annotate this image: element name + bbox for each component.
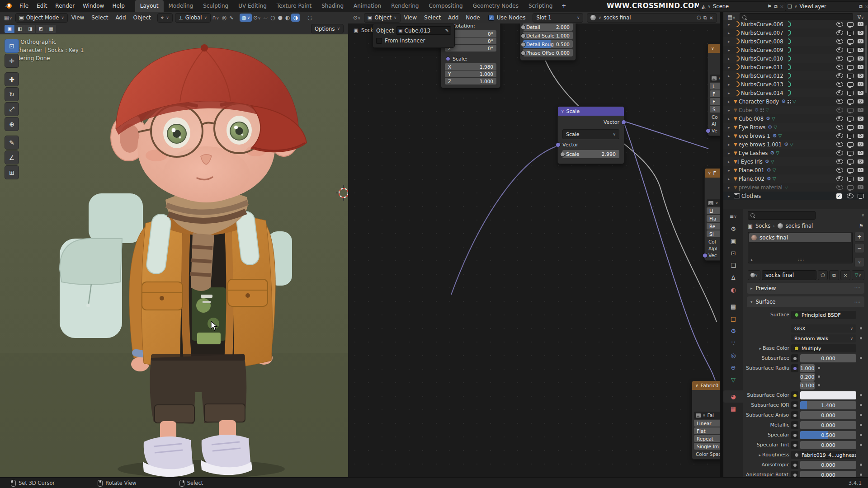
hide-viewport-toggle[interactable] (836, 22, 843, 27)
disable-viewports-toggle[interactable] (847, 48, 854, 52)
noise-field-phase-offse[interactable]: Phase Offse0.000 (523, 49, 573, 56)
options-dropdown[interactable]: Options∨ (311, 24, 344, 33)
expand-icon[interactable]: ▸ (728, 31, 734, 35)
outliner-row-plane-002[interactable]: ▸▼Plane.002⚙▽ (723, 174, 868, 183)
value-slider[interactable]: 0.000 (800, 421, 856, 429)
display-mode-icon[interactable]: ▤∨ (726, 14, 737, 20)
material-slot-selected[interactable]: socks final (749, 233, 851, 242)
outliner-row-eye-brows-1-001[interactable]: ▸▼eye brows 1.001⚙▽ (723, 140, 868, 149)
outliner-row-eye-brows[interactable]: ▸▼Eye Brows⚙▽ (723, 123, 868, 131)
value-input-socket[interactable] (521, 33, 526, 38)
preview-section-header[interactable]: ▸Preview ∷∷ (747, 283, 864, 294)
outliner-row-nurbscurve-006[interactable]: ▸NurbsCurve.006 (723, 20, 868, 28)
node-field-l[interactable]: L (710, 83, 720, 89)
image-texture-node[interactable]: ∨F∨LiFlaReSiColAlplVec (704, 168, 720, 261)
outliner-row-eye-lashes[interactable]: ▸▼Eye Lashes⚙▽ (723, 149, 868, 157)
outliner-row-nurbscurve-012[interactable]: ▸NurbsCurve.012 (723, 71, 868, 80)
add-cube-tool-button[interactable]: ⊞ (5, 165, 19, 179)
disable-render-toggle[interactable] (858, 99, 863, 103)
properties-tab-modifiers[interactable]: ⚙ (723, 325, 743, 337)
shader-canvas[interactable]: ▣ Socks › socks final Object ▣ Cube.013 … (348, 23, 720, 477)
workspace-tab-geometry-nodes[interactable]: Geometry Nodes (468, 0, 524, 12)
shield-icon[interactable]: ⬠ (697, 15, 701, 21)
shading-solid-icon[interactable]: ● (276, 14, 283, 21)
enum-dropdown[interactable]: GGX∨ (791, 324, 856, 333)
value-slider[interactable]: 0.000 (800, 411, 856, 419)
transform-pivot-dropdown[interactable]: ⌖∨ (157, 13, 173, 23)
value-slider[interactable]: 0.000 (800, 471, 856, 477)
disable-viewports-toggle[interactable] (847, 108, 854, 113)
expand-icon[interactable]: ▸ (728, 65, 734, 70)
proportional-falloff-icon[interactable]: ∿ (228, 14, 235, 21)
collection-checkbox[interactable]: ✓ (836, 193, 842, 199)
orientation-dropdown[interactable]: ⊥ Global∨ (175, 13, 211, 23)
properties-tab-particles[interactable]: ∵ (723, 337, 743, 349)
resize-grip-icon[interactable]: ∷∷ (798, 258, 804, 262)
properties-tab-constraints[interactable]: ⊖ (723, 361, 743, 374)
expand-icon[interactable]: ▸ (728, 39, 734, 44)
scale-field-x[interactable]: X1.980 (445, 63, 496, 70)
menu-file[interactable]: File (15, 3, 33, 9)
workspace-tab-modeling[interactable]: Modeling (164, 0, 198, 12)
expand-icon[interactable]: ▸ (728, 108, 734, 113)
select-extend-button[interactable]: ◧ (15, 25, 25, 33)
close-icon[interactable]: × (840, 270, 850, 280)
decorator-dot-icon[interactable] (860, 444, 862, 446)
properties-tab-output[interactable]: ⊡ (723, 247, 743, 259)
expand-icon[interactable]: ▸ (728, 82, 734, 87)
vector-output-socket[interactable] (621, 120, 626, 125)
scale-node[interactable]: ∨ Scale Vector Scale∨ Vector Scale 2.990 (557, 106, 624, 164)
disable-render-toggle[interactable] (858, 160, 863, 164)
properties-tab-render[interactable]: ▣ (723, 235, 743, 247)
expand-icon[interactable]: ▸ (728, 142, 734, 147)
expand-icon[interactable]: ▸ (728, 125, 734, 130)
expand-icon[interactable]: ▸ (728, 74, 734, 78)
value-slider[interactable]: 0.000 (800, 354, 856, 362)
noise-field-detail-scale[interactable]: Detail Scale1.000 (523, 32, 573, 39)
workspace-tab-scripting[interactable]: Scripting (524, 0, 557, 12)
outliner-row-cube-008[interactable]: ▸▼Cube.008⚙▽ (723, 114, 868, 123)
copy-icon[interactable]: ⧉ (859, 4, 863, 9)
properties-tab-data[interactable]: ▽ (723, 374, 743, 386)
outliner-row-plane-001[interactable]: ▸▼Plane.001⚙▽ (723, 166, 868, 174)
image-selector[interactable]: ∨ (710, 75, 720, 82)
expand-icon[interactable]: ▸ (728, 48, 734, 52)
image-texture-node[interactable]: ∨∨LFFSCoAlVe (708, 43, 720, 136)
value-slider[interactable]: 0.000 (800, 461, 856, 469)
disable-render-toggle[interactable] (858, 168, 863, 172)
disable-viewports-toggle[interactable] (847, 134, 854, 138)
expand-icon[interactable]: ▸ (728, 177, 734, 181)
value-slider[interactable]: 1.000 (800, 364, 815, 372)
outliner-row-nurbscurve-013[interactable]: ▸NurbsCurve.013 (723, 80, 868, 89)
properties-tab-object[interactable]: □ (723, 313, 743, 325)
hide-viewport-toggle[interactable] (847, 193, 854, 198)
expand-icon[interactable]: ▸ (728, 91, 734, 95)
disable-render-toggle[interactable] (858, 22, 863, 26)
hide-viewport-toggle[interactable] (836, 159, 843, 164)
value-input-socket[interactable] (521, 25, 526, 30)
viewport-menu-select[interactable]: Select (88, 14, 112, 21)
input-socket[interactable] (791, 441, 798, 449)
add-slot-button[interactable]: + (854, 232, 864, 242)
xray-toggle-icon[interactable]: ▱ (262, 14, 269, 21)
outliner-row-nurbscurve-008[interactable]: ▸NurbsCurve.008 (723, 37, 868, 46)
expand-icon[interactable]: ▸ (728, 160, 734, 164)
workspace-tab-layout[interactable]: Layout (135, 0, 164, 12)
input-socket[interactable] (791, 431, 798, 439)
disable-viewports-toggle[interactable] (847, 74, 854, 78)
input-socket[interactable] (791, 391, 798, 399)
outliner-row-nurbscurve-010[interactable]: ▸NurbsCurve.010 (723, 54, 868, 63)
from-instancer-checkbox[interactable] (376, 38, 382, 44)
decorator-dot-icon[interactable] (860, 434, 862, 436)
decorator-dot-icon[interactable] (860, 474, 862, 476)
disable-viewports-toggle[interactable] (858, 194, 864, 198)
value-slider[interactable]: 0.200 (800, 373, 815, 381)
viewport-canvas[interactable]: User Orthographic (2) Character | Socks … (0, 34, 348, 477)
properties-tab-view-layer[interactable]: ❏ (723, 259, 743, 272)
expand-icon[interactable]: ▸ (759, 453, 761, 457)
disable-render-toggle[interactable] (858, 31, 863, 35)
disable-viewports-toggle[interactable] (847, 117, 854, 121)
hide-viewport-toggle[interactable] (836, 150, 843, 155)
add-workspace-button[interactable]: + (557, 3, 570, 9)
outliner-row-nurbscurve-011[interactable]: ▸NurbsCurve.011 (723, 63, 868, 71)
